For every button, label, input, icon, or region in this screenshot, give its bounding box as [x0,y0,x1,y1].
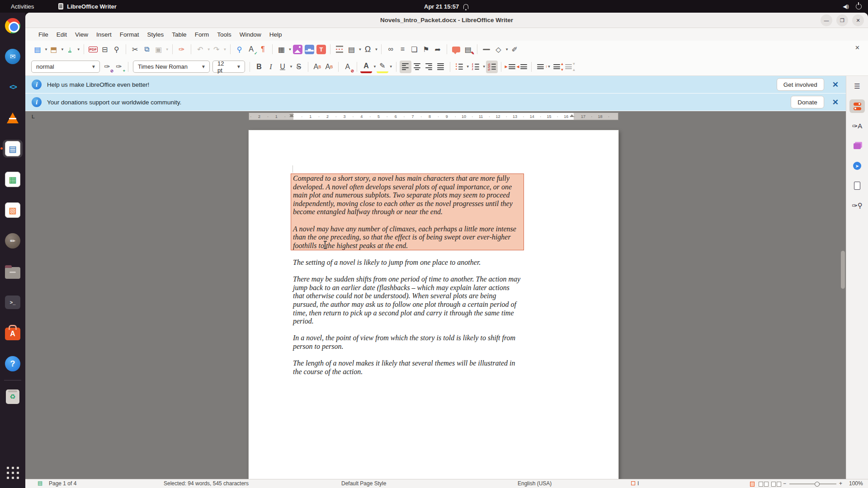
word-count[interactable]: Selected: 94 words, 545 characters [164,480,249,487]
insert-image-button[interactable] [292,43,303,56]
close-button[interactable]: ✕ [852,14,864,26]
menu-item[interactable]: Form [191,29,213,40]
activities-button[interactable]: Activities [7,2,38,11]
dock-item-help[interactable]: ? [3,355,23,373]
zoom-slider-thumb[interactable] [815,482,820,487]
dock-item-thunderbird[interactable]: ✉ [3,47,23,66]
dock-item-vscode[interactable]: <> [3,78,23,96]
undo-button[interactable]: ↶ [194,43,206,56]
copy-button[interactable]: ⧉ [141,43,153,56]
text-language[interactable]: English (USA) [518,480,552,487]
insert-chart-button[interactable]: ▂▅▃ [303,43,315,56]
text-selection[interactable]: Compared to a short story, a novel has m… [291,174,524,250]
sidebar-tab-page[interactable] [849,179,865,192]
dock-item-libreoffice-writer[interactable]: ▤ [3,140,23,158]
restore-button[interactable]: ❐ [836,14,848,26]
insert-comment-button[interactable] [450,43,462,56]
insert-text-box-button[interactable]: T [315,43,327,56]
insert-table-dropdown[interactable]: ▼ [288,47,292,52]
dock-item-trash[interactable]: ♻ [3,388,23,406]
insert-hyperlink-button[interactable]: ∞ [385,43,396,56]
page-count[interactable]: Page 1 of 4 [49,480,76,487]
font-name-chevron-icon[interactable]: ▼ [198,61,209,72]
sidebar-settings-icon[interactable]: ☰ [849,80,865,93]
paragraph-style-combo[interactable]: normal ▼ [31,61,100,73]
paragraph[interactable]: The length of a novel makes it likely th… [293,359,522,376]
bold-button[interactable]: B [253,61,265,73]
insert-field-button[interactable]: ▤ [345,43,357,56]
font-color-button[interactable]: A [360,61,372,73]
font-size-chevron-icon[interactable]: ▼ [233,61,245,72]
formatting-marks-button[interactable]: ¶ [257,43,269,56]
ruler[interactable]: 21123456789101112131415161718···········… [249,113,618,120]
paragraph[interactable]: A novel may have any number of climaxes,… [293,225,522,250]
print-preview-button[interactable]: ⚲ [111,43,123,56]
menu-item[interactable]: Table [168,29,190,40]
cut-button[interactable]: ✂ [129,43,141,56]
insert-mode-indicator[interactable]: I [637,480,639,487]
menu-item[interactable]: Insert [92,29,116,40]
decrease-indent-button[interactable]: ◀ [516,61,528,73]
decrease-paragraph-spacing-button[interactable]: ▼▲ [563,61,575,73]
zoom-out-button[interactable]: − [783,480,786,487]
ordered-list-button[interactable] [470,61,481,73]
menu-item[interactable]: View [71,29,92,40]
basic-shapes-dropdown[interactable]: ▼ [505,47,509,52]
sidebar-tab-gallery[interactable] [849,139,865,153]
undo-dropdown[interactable]: ▼ [207,47,211,52]
menu-item[interactable]: Tools [213,29,236,40]
subscript-button[interactable]: AB [323,61,335,73]
clone-formatting-button[interactable]: ✑ [176,43,188,56]
focused-app-menu[interactable]: LibreOffice Writer [58,3,117,10]
paste-button[interactable]: ▣ [153,43,165,56]
minimize-button[interactable]: — [821,14,832,26]
paragraph[interactable]: The setting of a novel is likely to jump… [293,258,522,267]
infobar-close-icon[interactable]: ✕ [830,80,840,89]
sidebar-tab-styles[interactable]: ✑A [849,119,865,133]
dock-item-files[interactable] [3,263,23,281]
superscript-button[interactable]: AB [311,61,323,73]
font-color-dropdown[interactable]: ▼ [373,65,377,69]
draw-functions-button[interactable]: ✐ [509,43,520,56]
system-status-area[interactable]: ◀)) [843,4,862,9]
special-character-dropdown[interactable]: ▼ [374,47,378,52]
sidebar-tab-properties[interactable] [849,99,865,113]
new-style-button[interactable]: ✑+ [113,61,125,73]
highlight-color-dropdown[interactable]: ▼ [389,65,393,69]
track-changes-button[interactable]: ▤✎ [462,43,474,56]
print-button[interactable]: ⊟ [99,43,111,56]
open-dropdown[interactable]: ▼ [61,47,64,52]
zoom-in-button[interactable]: + [839,480,842,487]
menu-item[interactable]: Window [236,29,265,40]
close-document-icon[interactable]: ✕ [855,44,860,51]
infobar-action-button[interactable]: Donate [791,96,824,108]
increase-indent-button[interactable]: ▶ [505,61,516,73]
unordered-list-button[interactable] [453,61,465,73]
line-spacing-dropdown[interactable]: ▼ [547,65,551,69]
multi-page-view-button[interactable] [759,482,763,487]
single-page-view-button[interactable] [750,482,755,487]
clear-formatting-button[interactable]: A⊘ [342,61,354,73]
insert-footnote-button[interactable]: ≡ [396,43,408,56]
spelling-button[interactable]: A✓ [245,43,257,56]
insert-cross-reference-button[interactable]: ➦ [432,43,443,56]
document-page[interactable]: Compared to a short story, a novel has m… [249,130,618,483]
sidebar-tab-navigator[interactable]: ➤ [849,159,865,173]
increase-paragraph-spacing-button[interactable]: ▲▼ [551,61,563,73]
insert-table-button[interactable]: ▦ [276,43,288,56]
special-character-button[interactable]: Ω [362,43,373,56]
zoom-slider[interactable] [789,483,836,484]
dock-item-vlc[interactable] [3,109,23,127]
find-replace-button[interactable]: ⚲ [234,43,245,56]
vertical-scrollbar[interactable] [841,113,845,488]
dock-item-terminal[interactable]: >_ [3,293,23,311]
insert-page-break-button[interactable] [334,43,345,56]
clock-menu[interactable]: Apr 21 15:57 [424,3,468,10]
new-document-button[interactable]: ▤ [32,43,43,56]
align-center-button[interactable] [411,61,423,73]
font-name-combo[interactable]: Times New Roman ▼ [133,61,210,73]
ordered-list-dropdown[interactable]: ▼ [482,65,486,69]
paragraph-style-chevron-icon[interactable]: ▼ [88,61,99,72]
redo-dropdown[interactable]: ▼ [223,47,227,52]
paragraph[interactable]: Compared to a short story, a novel has m… [293,174,522,216]
